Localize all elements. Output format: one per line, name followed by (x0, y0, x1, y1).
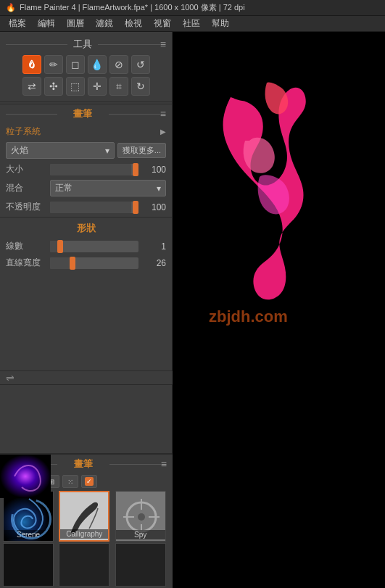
lines-slider[interactable] (50, 241, 138, 252)
tool-rect-select[interactable]: ⬚ (66, 77, 85, 96)
blend-value: 正常 (55, 182, 73, 194)
flame-artwork (173, 32, 385, 588)
lines-value: 1 (143, 241, 166, 252)
linewidth-value: 26 (143, 258, 166, 268)
shape-divider (0, 217, 172, 218)
fire-row: 火焰 ▾ 獲取更多... (0, 140, 172, 161)
title-bar: 🔥 Flame Painter 4 | FlameArtwork.fpa* | … (0, 0, 385, 16)
tool-rotate-cw[interactable]: ↻ (131, 77, 150, 96)
brush-item-purple[interactable] (115, 543, 166, 587)
opacity-slider[interactable] (50, 202, 138, 213)
menu-file[interactable]: 檔案 (3, 16, 32, 31)
tool-row-2: ⇄ ✣ ⬚ ✛ ⌗ ↻ (0, 75, 172, 97)
size-value: 100 (143, 165, 166, 175)
brush-item-calligraphy[interactable]: Calligraphy (59, 491, 109, 542)
brush-label-spy: Spy (116, 530, 165, 539)
bottom-line-right (109, 464, 161, 465)
title-text: Flame Painter 4 | FlameArtwork.fpa* | 16… (20, 2, 245, 13)
menu-view[interactable]: 檢視 (119, 16, 148, 31)
tool-move[interactable]: ⇄ (22, 77, 41, 96)
menu-edit[interactable]: 編輯 (32, 16, 61, 31)
scroll-icon[interactable]: ⇌ (6, 372, 15, 384)
tool-row-1: ✏ ◻ 💧 ⊘ ↺ (0, 54, 172, 75)
tools-line-left (6, 44, 67, 45)
tool-pencil[interactable]: ✏ (44, 55, 63, 74)
shape-section-container: 形狀 (0, 219, 172, 238)
opacity-label: 不透明度 (6, 201, 46, 213)
linewidth-row: 直線寬度 26 (0, 254, 172, 271)
menu-help[interactable]: 幫助 (206, 16, 235, 31)
brush-line-left (6, 114, 57, 115)
brush-menu-icon[interactable]: ≡ (160, 108, 166, 120)
panel-separator: ⇌ (0, 370, 173, 385)
brush-label-serene: Serene (4, 530, 53, 539)
left-panel: 工具 ≡ ✏ ◻ 💧 ⊘ ↺ (0, 32, 173, 588)
opacity-row: 不透明度 100 (0, 199, 172, 215)
size-label: 大小 (6, 163, 46, 175)
tool-cross-select[interactable]: ✛ (88, 77, 107, 96)
tools-line-right (98, 44, 160, 45)
brush-grid-row2 (0, 543, 173, 588)
brush-item-spy[interactable]: Spy (115, 491, 166, 542)
tool-stamp[interactable]: ⊘ (109, 55, 128, 74)
brush-item-serene[interactable]: Serene (3, 491, 54, 542)
blend-row: 混合 正常 ▾ (0, 178, 172, 199)
blend-dropdown[interactable]: 正常 ▾ (50, 180, 166, 196)
main-layout: 工具 ≡ ✏ ◻ 💧 ⊘ ↺ (0, 32, 385, 588)
tools-section: 工具 ≡ ✏ ◻ 💧 ⊘ ↺ (0, 32, 172, 100)
tools-title: 工具 (67, 38, 98, 51)
brush-item-dark-lines[interactable] (3, 543, 54, 587)
lines-row: 線數 1 (0, 238, 172, 254)
fire-dropdown[interactable]: 火焰 ▾ (6, 142, 115, 159)
tool-free-transform[interactable]: ✣ (44, 77, 63, 96)
brush-item-colorful[interactable] (59, 543, 109, 587)
tool-eyedropper[interactable]: 💧 (88, 55, 107, 74)
particle-system-row: 粒子系統 ▶ (0, 123, 172, 140)
tools-divider (0, 102, 172, 102)
tool-eraser[interactable]: ◻ (66, 55, 85, 74)
tools-menu-icon[interactable]: ≡ (160, 38, 166, 50)
brush-label-calligraphy: Calligraphy (60, 529, 108, 539)
tool-brush-flame[interactable] (22, 55, 41, 74)
get-more-button[interactable]: 獲取更多... (117, 143, 166, 158)
svg-point-4 (138, 513, 145, 521)
size-slider[interactable] (50, 164, 138, 175)
size-row: 大小 100 (0, 161, 172, 178)
bottom-menu-icon[interactable]: ≡ (161, 458, 167, 470)
menu-community[interactable]: 社區 (177, 16, 206, 31)
app-icon: 🔥 (6, 3, 16, 12)
menu-bar: 檔案 編輯 圖層 濾鏡 檢視 視窗 社區 幫助 (0, 16, 385, 32)
linewidth-label: 直線寬度 (6, 257, 46, 269)
tools-header-row: 工具 ≡ (0, 35, 172, 54)
bottom-brush-title: 畫筆 (57, 457, 109, 471)
linewidth-slider[interactable] (50, 257, 138, 269)
tool-crop[interactable]: ⌗ (109, 77, 128, 96)
particle-arrow[interactable]: ▶ (160, 128, 166, 136)
brush-line-right (109, 114, 160, 115)
particle-system-label: 粒子系統 (6, 125, 41, 138)
brush-title: 畫筆 (57, 107, 109, 120)
tool-rotate-ccw[interactable]: ↺ (131, 55, 150, 74)
brush-tab-dots[interactable]: ⁙ (62, 475, 78, 488)
blend-arrow: ▾ (157, 183, 161, 194)
brush-tab-check[interactable]: ✓ (81, 475, 97, 488)
blend-label: 混合 (6, 182, 46, 194)
shape-title: 形狀 (77, 220, 96, 236)
fire-dropdown-value: 火焰 (11, 144, 28, 157)
menu-layers[interactable]: 圖層 (61, 16, 90, 31)
brush-section: 畫筆 ≡ 粒子系統 ▶ 火焰 ▾ 獲取更多... (0, 104, 172, 271)
menu-window[interactable]: 視窗 (148, 16, 177, 31)
opacity-value: 100 (143, 202, 166, 212)
brush-section-header: 畫筆 ≡ (0, 104, 172, 123)
fire-dropdown-arrow: ▾ (105, 146, 109, 156)
canvas-area[interactable]: zbjdh.com (173, 32, 385, 588)
bottom-panel: 畫筆 ≡ 〜 ⊞ ⁙ ✓ (0, 453, 173, 588)
lines-label: 線數 (6, 240, 46, 252)
menu-filter[interactable]: 濾鏡 (90, 16, 119, 31)
